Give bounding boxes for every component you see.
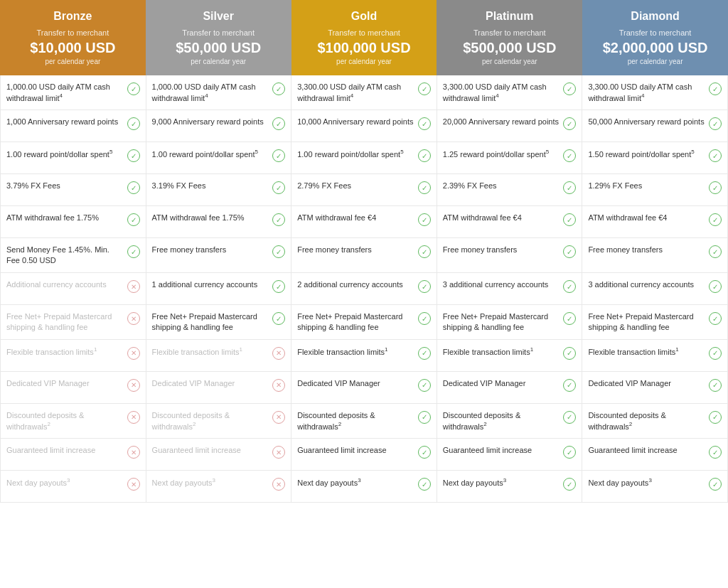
feature-cell: Free Net+ Prepaid Mastercard shipping & … xyxy=(1,305,146,339)
feature-col-3: 2.39% FX Fees✓ xyxy=(437,174,583,206)
feature-cell: 3,300.00 USD daily ATM cash withdrawal l… xyxy=(437,75,582,109)
feature-cell: Next day payouts3✕ xyxy=(1,471,146,502)
check-icon: ✓ xyxy=(709,149,722,162)
plan-amount: $100,000 USD xyxy=(299,40,430,56)
plan-name: Bronze xyxy=(7,10,139,23)
feature-cell: Free Net+ Prepaid Mastercard shipping & … xyxy=(437,305,582,339)
feature-text: Free money transfers xyxy=(443,245,564,255)
check-icon: ✓ xyxy=(563,446,576,459)
feature-cell: Flexible transaction limits1✕ xyxy=(146,340,291,371)
feature-cell: Guaranteed limit increase✕ xyxy=(1,439,146,470)
check-icon: ✓ xyxy=(127,82,140,95)
check-icon: ✓ xyxy=(563,280,576,293)
feature-cell: Free money transfers✓ xyxy=(146,238,291,269)
feature-cell: 3.79% FX Fees✓ xyxy=(1,174,146,205)
feature-col-1: 3.19% FX Fees✓ xyxy=(146,174,292,206)
feature-text: 1,000.00 USD daily ATM cash withdrawal l… xyxy=(152,82,273,103)
header-col-platinum: Platinum Transfer to merchant $500,000 U… xyxy=(437,0,582,75)
feature-text: 3.19% FX Fees xyxy=(152,181,273,191)
feature-col-1: ATM withdrawal fee 1.75%✓ xyxy=(146,206,292,238)
feature-text: Discounted deposits & withdrawals2 xyxy=(443,410,564,432)
feature-col-0: Send Money Fee 1.45%. Min. Fee 0.50 USD✓ xyxy=(0,238,146,273)
feature-text: ATM withdrawal fee €4 xyxy=(443,213,564,223)
feature-text: 3.79% FX Fees xyxy=(6,181,127,191)
check-icon: ✓ xyxy=(563,347,576,360)
feature-cell: 1.50 reward point/dollar spent5✓ xyxy=(582,142,727,173)
feature-cell: 9,000 Anniversary reward points✓ xyxy=(146,110,291,141)
feature-text: 3,300.00 USD daily ATM cash withdrawal l… xyxy=(588,82,709,103)
feature-col-1: 1 additional currency accounts✓ xyxy=(146,273,292,305)
feature-col-0: Additional currency accounts✕ xyxy=(0,273,146,305)
check-icon: ✓ xyxy=(127,181,140,194)
feature-col-1: Free money transfers✓ xyxy=(146,238,292,273)
feature-row-12: Next day payouts3✕Next day payouts3✕Next… xyxy=(0,471,728,503)
feature-cell: Dedicated VIP Manager✓ xyxy=(582,372,727,403)
feature-text: Send Money Fee 1.45%. Min. Fee 0.50 USD xyxy=(6,245,127,266)
feature-cell: Dedicated VIP Manager✕ xyxy=(1,372,146,403)
cross-icon: ✕ xyxy=(272,347,285,360)
feature-cell: 2 additional currency accounts✓ xyxy=(291,273,437,304)
check-icon: ✓ xyxy=(563,411,576,424)
check-icon: ✓ xyxy=(418,280,431,293)
feature-text: Flexible transaction limits1 xyxy=(152,346,273,358)
feature-text: Free Net+ Prepaid Mastercard shipping & … xyxy=(152,311,273,333)
cross-icon: ✕ xyxy=(127,379,140,392)
feature-col-4: Free Net+ Prepaid Mastercard shipping & … xyxy=(582,305,728,340)
feature-text: Free Net+ Prepaid Mastercard shipping & … xyxy=(443,311,564,333)
feature-text: 9,000 Anniversary reward points xyxy=(152,117,273,127)
feature-text: Flexible transaction limits1 xyxy=(6,346,127,358)
feature-text: Guaranteed limit increase xyxy=(152,445,273,456)
feature-col-0: Discounted deposits & withdrawals2✕ xyxy=(0,404,146,439)
feature-col-4: Discounted deposits & withdrawals2✓ xyxy=(582,404,728,439)
feature-cell: 3,300.00 USD daily ATM cash withdrawal l… xyxy=(582,75,727,109)
feature-cell: Dedicated VIP Manager✓ xyxy=(437,372,582,403)
feature-col-4: Guaranteed limit increase✓ xyxy=(582,439,728,471)
plan-header-gold: Gold Transfer to merchant $100,000 USD p… xyxy=(291,0,437,75)
header-row: Bronze Transfer to merchant $10,000 USD … xyxy=(0,0,728,75)
feature-text: Free money transfers xyxy=(297,245,418,255)
feature-text: 2 additional currency accounts xyxy=(297,279,418,290)
feature-col-1: Dedicated VIP Manager✕ xyxy=(146,372,292,404)
check-icon: ✓ xyxy=(127,213,140,226)
plan-per-year: per calendar year xyxy=(589,58,721,65)
feature-col-3: Discounted deposits & withdrawals2✓ xyxy=(437,404,583,439)
check-icon: ✓ xyxy=(709,478,722,491)
feature-cell: 3 additional currency accounts✓ xyxy=(582,273,727,304)
feature-col-0: Flexible transaction limits1✕ xyxy=(0,340,146,372)
feature-col-1: 9,000 Anniversary reward points✓ xyxy=(146,110,292,142)
feature-col-3: 20,000 Anniversary reward points✓ xyxy=(437,110,583,142)
pricing-table: Bronze Transfer to merchant $10,000 USD … xyxy=(0,0,728,503)
plan-header-platinum: Platinum Transfer to merchant $500,000 U… xyxy=(437,0,582,75)
feature-row-11: Guaranteed limit increase✕Guaranteed lim… xyxy=(0,439,728,471)
plan-amount: $50,000 USD xyxy=(153,40,284,56)
check-icon: ✓ xyxy=(418,446,431,459)
feature-col-4: Flexible transaction limits1✓ xyxy=(582,340,728,372)
feature-col-3: 1.25 reward point/dollar spent5✓ xyxy=(437,142,583,174)
feature-text: 3,300.00 USD daily ATM cash withdrawal l… xyxy=(297,82,418,103)
plan-name: Silver xyxy=(153,10,284,23)
check-icon: ✓ xyxy=(709,117,722,130)
check-icon: ✓ xyxy=(127,117,140,130)
check-icon: ✓ xyxy=(272,312,285,325)
feature-cell: Free Net+ Prepaid Mastercard shipping & … xyxy=(582,305,727,339)
feature-text: Free Net+ Prepaid Mastercard shipping & … xyxy=(588,311,709,333)
feature-col-0: Next day payouts3✕ xyxy=(0,471,146,503)
feature-col-2: Flexible transaction limits1✓ xyxy=(291,340,437,372)
feature-row-2: 1.00 reward point/dollar spent5✓1.00 rew… xyxy=(0,142,728,174)
feature-col-0: 1,000.00 USD daily ATM cash withdrawal l… xyxy=(0,75,146,110)
feature-text: 1.00 reward point/dollar spent5 xyxy=(152,149,273,160)
feature-col-4: 50,000 Anniversary reward points✓ xyxy=(582,110,728,142)
features-container: 1,000.00 USD daily ATM cash withdrawal l… xyxy=(0,75,728,503)
plan-header-bronze: Bronze Transfer to merchant $10,000 USD … xyxy=(0,0,146,75)
feature-cell: Free Net+ Prepaid Mastercard shipping & … xyxy=(146,305,291,339)
feature-cell: 3.19% FX Fees✓ xyxy=(146,174,291,205)
feature-col-1: 1.00 reward point/dollar spent5✓ xyxy=(146,142,292,174)
feature-col-0: 1.00 reward point/dollar spent5✓ xyxy=(0,142,146,174)
feature-text: 1,000 Anniversary reward points xyxy=(6,117,127,127)
feature-text: Guaranteed limit increase xyxy=(6,445,127,456)
feature-cell: ATM withdrawal fee €4✓ xyxy=(582,206,727,237)
feature-text: Dedicated VIP Manager xyxy=(297,378,418,389)
feature-col-1: Flexible transaction limits1✕ xyxy=(146,340,292,372)
check-icon: ✓ xyxy=(563,82,576,95)
check-icon: ✓ xyxy=(709,280,722,293)
